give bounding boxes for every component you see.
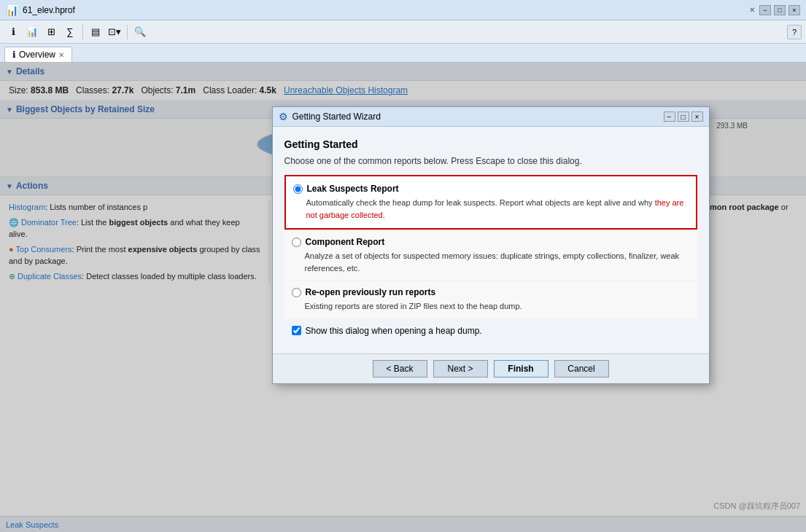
dialog-icon: ⚙ <box>279 111 288 122</box>
title-bar-filename: 61_elev.hprof <box>23 5 748 15</box>
option-leak-suspects-box: Leak Suspects Report Automatically check… <box>284 175 697 230</box>
dialog-heading: Getting Started <box>284 138 697 150</box>
back-button[interactable]: < Back <box>373 360 427 378</box>
dialog-body: Getting Started Choose one of the common… <box>273 127 709 353</box>
finish-button[interactable]: Finish <box>494 360 549 378</box>
option-reopen-reports-title: Re-open previously run reports <box>306 287 436 297</box>
dialog-minimize-button[interactable]: − <box>664 112 675 122</box>
cancel-button[interactable]: Cancel <box>554 360 609 378</box>
toolbar-histogram-button[interactable]: 📊 <box>23 23 41 41</box>
tab-overview[interactable]: ℹ Overview ✕ <box>4 47 72 62</box>
main-content: ▼ Details Size: 853.8 MB Classes: 27.7k … <box>0 63 806 532</box>
maximize-button[interactable]: □ <box>774 5 786 15</box>
tab-overview-close[interactable]: ✕ <box>58 51 64 59</box>
option-component-report-desc: Analyze a set of objects for suspected m… <box>292 250 690 274</box>
option-component-report-radio[interactable] <box>292 238 301 247</box>
show-dialog-checkbox-row: Show this dialog when opening a heap dum… <box>284 320 697 342</box>
toolbar-search-button[interactable]: 🔍 <box>131 23 149 41</box>
option-leak-suspects-label[interactable]: Leak Suspects Report <box>293 184 689 194</box>
toolbar-grid-button[interactable]: ⊞ <box>42 23 60 41</box>
title-close-icon: ✕ <box>749 6 755 14</box>
dialog-title: Getting Started Wizard <box>292 112 659 122</box>
option-leak-suspects-radio[interactable] <box>293 184 303 194</box>
toolbar-sum-button[interactable]: ∑ <box>61 23 79 41</box>
help-button[interactable]: ? <box>787 25 802 39</box>
toolbar-layout-button[interactable]: ▤ <box>87 23 104 41</box>
option-reopen-reports-desc: Existing reports are stored in ZIP files… <box>292 300 690 313</box>
tab-overview-icon: ℹ <box>12 50 16 60</box>
modal-backdrop: ⚙ Getting Started Wizard − □ × Getting S… <box>0 63 806 532</box>
toolbar-separator-2 <box>127 25 128 39</box>
option-reopen-reports-row: Re-open previously run reports Existing … <box>284 281 697 318</box>
title-bar-controls: − □ × <box>759 5 800 15</box>
dialog-title-buttons: − □ × <box>664 112 703 122</box>
tab-overview-label: Overview <box>19 50 55 60</box>
option-leak-suspects-title: Leak Suspects Report <box>307 184 399 194</box>
option-component-report-label[interactable]: Component Report <box>292 237 690 247</box>
dialog-title-bar: ⚙ Getting Started Wizard − □ × <box>273 107 709 127</box>
tab-bar: ℹ Overview ✕ <box>0 44 806 63</box>
dialog-close-button[interactable]: × <box>691 112 703 122</box>
toolbar-compare-button[interactable]: ⊡▾ <box>106 23 123 41</box>
close-button[interactable]: × <box>788 5 800 15</box>
dialog-maximize-button[interactable]: □ <box>678 112 689 122</box>
option-component-report-row: Component Report Analyze a set of object… <box>284 231 697 280</box>
toolbar-separator-1 <box>82 25 83 39</box>
option-reopen-reports-radio[interactable] <box>292 288 301 297</box>
getting-started-dialog: ⚙ Getting Started Wizard − □ × Getting S… <box>272 106 710 384</box>
show-dialog-checkbox[interactable] <box>292 326 301 335</box>
dialog-subtext: Choose one of the common reports below. … <box>284 156 697 166</box>
show-dialog-label: Show this dialog when opening a heap dum… <box>306 326 482 336</box>
dialog-footer: < Back Next > Finish Cancel <box>273 353 709 383</box>
toolbar: ℹ 📊 ⊞ ∑ ▤ ⊡▾ 🔍 ? <box>0 20 806 44</box>
option-component-report-title: Component Report <box>306 237 385 247</box>
option-leak-suspects-desc: Automatically check the heap dump for le… <box>293 197 689 221</box>
option-reopen-reports-label[interactable]: Re-open previously run reports <box>292 287 690 297</box>
title-bar: 📊 61_elev.hprof ✕ − □ × <box>0 0 806 20</box>
minimize-button[interactable]: − <box>759 5 771 15</box>
toolbar-info-button[interactable]: ℹ <box>4 23 22 41</box>
app-icon: 📊 <box>6 4 18 16</box>
next-button[interactable]: Next > <box>433 360 488 378</box>
